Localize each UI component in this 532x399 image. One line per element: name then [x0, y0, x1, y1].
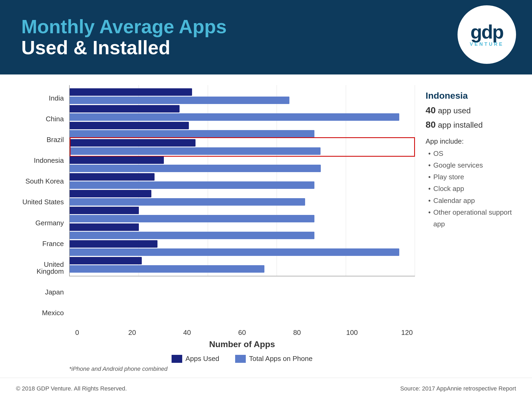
- header: Monthly Average Apps Used & Installed gd…: [0, 0, 532, 74]
- legend-installed-label: Total Apps on Phone: [249, 355, 313, 363]
- app-include-title: App include:: [426, 137, 516, 146]
- bar-installed-germany: [70, 198, 305, 206]
- y-label-germany: Germany: [16, 219, 64, 226]
- bar-used-france: [70, 207, 139, 214]
- bar-group-china: [70, 105, 415, 121]
- bar-used-brazil: [70, 122, 189, 129]
- indonesia-title: Indonesia: [426, 90, 516, 101]
- bar-group-south-korea: [70, 156, 415, 173]
- y-axis: IndiaChinaBrazilIndonesiaSouth KoreaUnit…: [16, 85, 69, 326]
- footnote: *iPhone and Android phone combined: [69, 365, 415, 372]
- app-list-item: Play store: [428, 171, 516, 183]
- logo-venture: VENTURE: [470, 41, 504, 47]
- x-tick-100: 100: [344, 329, 360, 337]
- legend-installed: Total Apps on Phone: [235, 355, 313, 363]
- app-list-item: Clock app: [428, 183, 516, 194]
- legend-used-box: [172, 355, 182, 363]
- legend-installed-box: [235, 355, 246, 363]
- chart-container: IndiaChinaBrazilIndonesiaSouth KoreaUnit…: [16, 85, 415, 326]
- chart-area: IndiaChinaBrazilIndonesiaSouth KoreaUnit…: [16, 85, 415, 372]
- used-count: 40: [426, 105, 436, 115]
- bar-group-mexico: [70, 256, 415, 273]
- bar-used-united-states: [70, 173, 155, 181]
- y-label-united-kingdom: United Kingdom: [16, 261, 64, 275]
- legend-used-label: Apps Used: [185, 355, 219, 363]
- bar-group-united-kingdom: [70, 223, 415, 240]
- installed-count: 80: [426, 119, 436, 130]
- y-label-france: France: [16, 240, 64, 247]
- x-axis-label: Number of Apps: [69, 339, 415, 349]
- bar-used-germany: [70, 190, 151, 197]
- indonesia-stats: 40 app used 80 app installed: [426, 103, 516, 132]
- legend: Apps Used Total Apps on Phone: [69, 355, 415, 363]
- bar-group-united-states: [70, 173, 415, 189]
- bar-group-india: [70, 88, 415, 105]
- bar-group-indonesia: [70, 137, 415, 157]
- logo: gdp VENTURE: [458, 5, 516, 64]
- bar-used-japan: [70, 240, 157, 248]
- header-title-bottom: Used & Installed: [21, 37, 511, 58]
- bar-used-china: [70, 105, 180, 113]
- bar-installed-mexico: [70, 265, 264, 273]
- bar-used-mexico: [70, 257, 142, 264]
- used-label: app used: [438, 106, 471, 115]
- logo-gdp: gdp: [471, 22, 503, 41]
- app-list-item: OS: [428, 148, 516, 159]
- bar-installed-france: [70, 215, 314, 222]
- y-label-china: China: [16, 115, 64, 122]
- y-label-japan: Japan: [16, 289, 64, 296]
- y-label-united-states: United States: [16, 198, 64, 205]
- x-axis: 020406080100120: [69, 329, 415, 337]
- bar-installed-united-kingdom: [70, 232, 314, 239]
- installed-label: app installed: [438, 120, 483, 129]
- bar-installed-japan: [70, 248, 399, 256]
- bar-used-india: [70, 88, 192, 96]
- y-label-brazil: Brazil: [16, 136, 64, 143]
- legend-used: Apps Used: [172, 355, 219, 363]
- bars-wrapper: [69, 85, 415, 326]
- footer-right: Source: 2017 AppAnnie retrospective Repo…: [400, 385, 516, 392]
- bar-installed-united-states: [70, 181, 314, 189]
- app-list-item: Other operational support app: [428, 206, 516, 230]
- y-label-mexico: Mexico: [16, 309, 64, 316]
- bar-used-south-korea: [70, 156, 164, 164]
- bar-installed-china: [70, 113, 399, 121]
- bar-used-indonesia: [70, 139, 196, 147]
- bar-installed-india: [70, 97, 289, 104]
- bars-area: [69, 85, 415, 276]
- app-list-item: Google services: [428, 159, 516, 171]
- header-title-top: Monthly Average Apps: [21, 16, 511, 37]
- bar-group-france: [70, 206, 415, 223]
- bar-group-brazil: [70, 121, 415, 138]
- x-tick-20: 20: [124, 329, 140, 337]
- bar-installed-indonesia: [70, 147, 321, 155]
- x-tick-0: 0: [69, 329, 85, 337]
- app-list-item: Calendar app: [428, 195, 516, 206]
- y-label-india: India: [16, 95, 64, 102]
- y-label-south-korea: South Korea: [16, 178, 64, 185]
- header-text: Monthly Average Apps Used & Installed: [21, 16, 511, 58]
- bar-installed-brazil: [70, 130, 314, 138]
- bar-installed-south-korea: [70, 165, 321, 172]
- bar-group-germany: [70, 189, 415, 206]
- bar-group-japan: [70, 240, 415, 256]
- x-tick-40: 40: [179, 329, 195, 337]
- x-tick-60: 60: [234, 329, 250, 337]
- x-tick-120: 120: [399, 329, 415, 337]
- app-list: OSGoogle servicesPlay storeClock appCale…: [426, 148, 516, 230]
- bar-used-united-kingdom: [70, 223, 139, 231]
- main-content: IndiaChinaBrazilIndonesiaSouth KoreaUnit…: [0, 74, 532, 378]
- footer: © 2018 GDP Venture. All Rights Reserved.…: [0, 378, 532, 399]
- footer-left: © 2018 GDP Venture. All Rights Reserved.: [16, 385, 127, 392]
- right-panel: Indonesia 40 app used 80 app installed A…: [415, 85, 516, 372]
- y-label-indonesia: Indonesia: [16, 157, 64, 164]
- x-tick-80: 80: [289, 329, 305, 337]
